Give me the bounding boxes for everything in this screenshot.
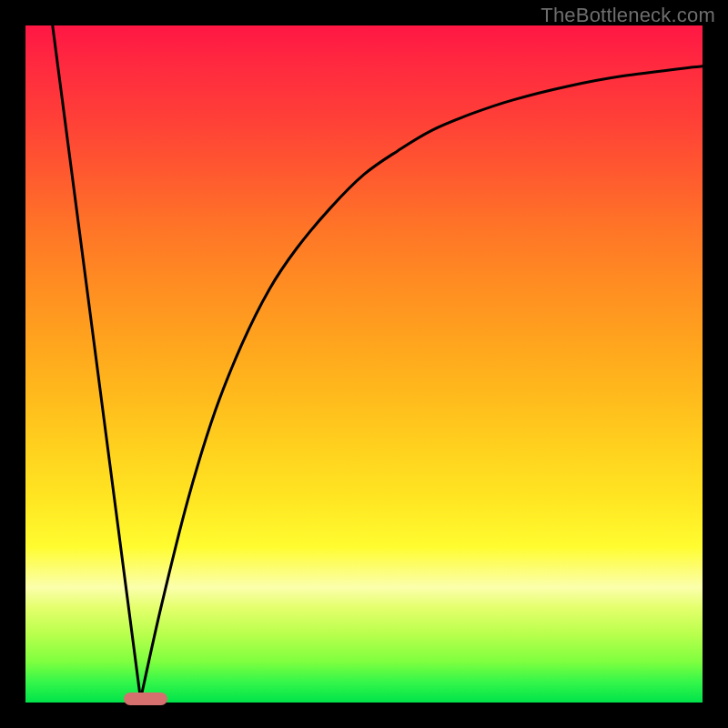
- left-descent-line: [53, 25, 141, 699]
- bottleneck-plot: [25, 25, 703, 703]
- chart-frame: TheBottleneck.com: [0, 0, 728, 728]
- optimal-range-marker: [124, 693, 167, 705]
- watermark-text: TheBottleneck.com: [541, 4, 715, 27]
- curve-layer: [25, 25, 703, 703]
- right-ascent-curve: [140, 66, 703, 700]
